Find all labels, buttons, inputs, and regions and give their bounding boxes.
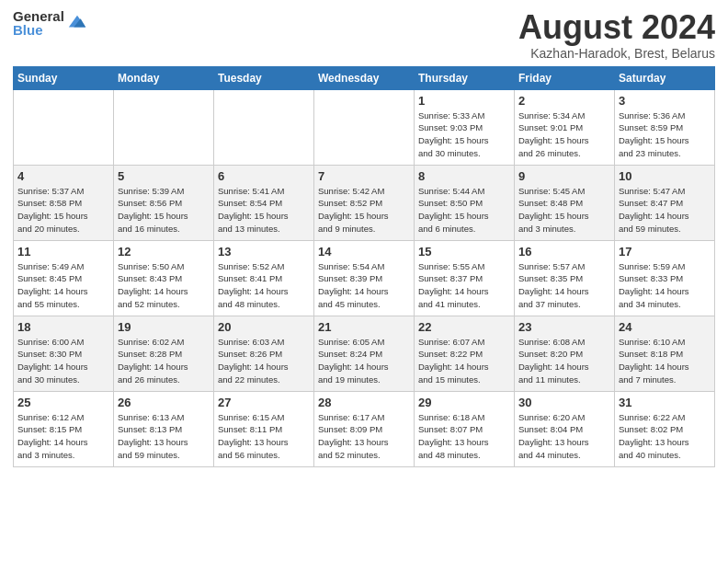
day-number: 14 bbox=[318, 245, 410, 259]
calendar-cell: 13Sunrise: 5:52 AM Sunset: 8:41 PM Dayli… bbox=[214, 240, 314, 316]
logo: General Blue bbox=[13, 9, 87, 37]
calendar-cell: 14Sunrise: 5:54 AM Sunset: 8:39 PM Dayli… bbox=[314, 240, 415, 316]
day-info: Sunrise: 5:45 AM Sunset: 8:48 PM Dayligh… bbox=[518, 185, 610, 236]
weekday-header: Friday bbox=[515, 66, 615, 89]
calendar-cell: 29Sunrise: 6:18 AM Sunset: 8:07 PM Dayli… bbox=[415, 391, 515, 466]
calendar-cell: 20Sunrise: 6:03 AM Sunset: 8:26 PM Dayli… bbox=[214, 316, 314, 391]
calendar-cell bbox=[14, 89, 114, 165]
calendar-cell: 28Sunrise: 6:17 AM Sunset: 8:09 PM Dayli… bbox=[314, 391, 415, 466]
weekday-header: Sunday bbox=[14, 66, 114, 89]
day-number: 16 bbox=[518, 245, 610, 259]
calendar-row: 11Sunrise: 5:49 AM Sunset: 8:45 PM Dayli… bbox=[14, 240, 715, 316]
day-info: Sunrise: 6:08 AM Sunset: 8:20 PM Dayligh… bbox=[518, 336, 610, 386]
weekday-header: Saturday bbox=[615, 66, 715, 89]
day-info: Sunrise: 5:33 AM Sunset: 9:03 PM Dayligh… bbox=[418, 109, 510, 160]
day-info: Sunrise: 5:55 AM Sunset: 8:37 PM Dayligh… bbox=[418, 260, 510, 311]
day-number: 21 bbox=[318, 320, 410, 334]
logo-blue: Blue bbox=[13, 23, 64, 37]
calendar-cell: 31Sunrise: 6:22 AM Sunset: 8:02 PM Dayli… bbox=[615, 391, 715, 466]
day-info: Sunrise: 5:39 AM Sunset: 8:56 PM Dayligh… bbox=[118, 185, 210, 236]
day-info: Sunrise: 6:22 AM Sunset: 8:02 PM Dayligh… bbox=[619, 411, 711, 462]
logo-general: General bbox=[13, 9, 64, 23]
calendar-cell: 1Sunrise: 5:33 AM Sunset: 9:03 PM Daylig… bbox=[415, 89, 515, 165]
day-info: Sunrise: 6:12 AM Sunset: 8:15 PM Dayligh… bbox=[17, 411, 109, 462]
calendar-row: 18Sunrise: 6:00 AM Sunset: 8:30 PM Dayli… bbox=[14, 316, 715, 391]
calendar-cell: 17Sunrise: 5:59 AM Sunset: 8:33 PM Dayli… bbox=[615, 240, 715, 316]
weekday-row: SundayMondayTuesdayWednesdayThursdayFrid… bbox=[14, 66, 715, 89]
logo-icon bbox=[67, 12, 87, 32]
calendar-cell bbox=[314, 89, 415, 165]
calendar-cell bbox=[114, 89, 214, 165]
day-number: 28 bbox=[318, 396, 410, 409]
day-info: Sunrise: 5:34 AM Sunset: 9:01 PM Dayligh… bbox=[518, 109, 610, 160]
calendar-cell: 23Sunrise: 6:08 AM Sunset: 8:20 PM Dayli… bbox=[515, 316, 615, 391]
day-number: 10 bbox=[619, 169, 711, 183]
day-info: Sunrise: 5:47 AM Sunset: 8:47 PM Dayligh… bbox=[619, 185, 711, 236]
day-number: 7 bbox=[318, 169, 410, 183]
day-number: 24 bbox=[619, 320, 711, 334]
weekday-header: Thursday bbox=[415, 66, 515, 89]
calendar-cell: 15Sunrise: 5:55 AM Sunset: 8:37 PM Dayli… bbox=[415, 240, 515, 316]
day-info: Sunrise: 6:10 AM Sunset: 8:18 PM Dayligh… bbox=[619, 336, 711, 386]
calendar-cell: 2Sunrise: 5:34 AM Sunset: 9:01 PM Daylig… bbox=[515, 89, 615, 165]
day-info: Sunrise: 5:54 AM Sunset: 8:39 PM Dayligh… bbox=[318, 260, 410, 311]
day-number: 8 bbox=[418, 169, 510, 183]
day-info: Sunrise: 5:59 AM Sunset: 8:33 PM Dayligh… bbox=[619, 260, 711, 311]
weekday-header: Wednesday bbox=[314, 66, 415, 89]
day-number: 12 bbox=[118, 245, 210, 259]
day-info: Sunrise: 5:49 AM Sunset: 8:45 PM Dayligh… bbox=[17, 260, 109, 311]
calendar-table: SundayMondayTuesdayWednesdayThursdayFrid… bbox=[13, 66, 715, 467]
weekday-header: Monday bbox=[114, 66, 214, 89]
calendar-cell: 3Sunrise: 5:36 AM Sunset: 8:59 PM Daylig… bbox=[615, 89, 715, 165]
day-info: Sunrise: 6:13 AM Sunset: 8:13 PM Dayligh… bbox=[118, 411, 210, 462]
day-info: Sunrise: 5:57 AM Sunset: 8:35 PM Dayligh… bbox=[518, 260, 610, 311]
calendar-cell: 18Sunrise: 6:00 AM Sunset: 8:30 PM Dayli… bbox=[14, 316, 114, 391]
calendar-cell: 4Sunrise: 5:37 AM Sunset: 8:58 PM Daylig… bbox=[14, 165, 114, 240]
day-info: Sunrise: 5:42 AM Sunset: 8:52 PM Dayligh… bbox=[318, 185, 410, 236]
calendar-cell: 6Sunrise: 5:41 AM Sunset: 8:54 PM Daylig… bbox=[214, 165, 314, 240]
day-info: Sunrise: 5:36 AM Sunset: 8:59 PM Dayligh… bbox=[619, 109, 711, 160]
day-number: 6 bbox=[218, 169, 310, 183]
calendar-cell: 25Sunrise: 6:12 AM Sunset: 8:15 PM Dayli… bbox=[14, 391, 114, 466]
title-block: August 2024 Kazhan-Haradok, Brest, Belar… bbox=[518, 9, 715, 61]
day-info: Sunrise: 6:02 AM Sunset: 8:28 PM Dayligh… bbox=[118, 336, 210, 386]
calendar-cell: 21Sunrise: 6:05 AM Sunset: 8:24 PM Dayli… bbox=[314, 316, 415, 391]
day-info: Sunrise: 6:17 AM Sunset: 8:09 PM Dayligh… bbox=[318, 411, 410, 462]
day-info: Sunrise: 5:52 AM Sunset: 8:41 PM Dayligh… bbox=[218, 260, 310, 311]
calendar-cell: 26Sunrise: 6:13 AM Sunset: 8:13 PM Dayli… bbox=[114, 391, 214, 466]
day-number: 9 bbox=[518, 169, 610, 183]
day-number: 30 bbox=[518, 396, 610, 409]
location-subtitle: Kazhan-Haradok, Brest, Belarus bbox=[518, 46, 715, 61]
day-number: 3 bbox=[619, 94, 711, 108]
day-number: 31 bbox=[619, 396, 711, 409]
day-number: 29 bbox=[418, 396, 510, 409]
header: General Blue August 2024 Kazhan-Haradok,… bbox=[13, 9, 715, 61]
day-info: Sunrise: 6:07 AM Sunset: 8:22 PM Dayligh… bbox=[418, 336, 510, 386]
day-number: 4 bbox=[17, 169, 109, 183]
calendar-row: 25Sunrise: 6:12 AM Sunset: 8:15 PM Dayli… bbox=[14, 391, 715, 466]
calendar-cell: 8Sunrise: 5:44 AM Sunset: 8:50 PM Daylig… bbox=[415, 165, 515, 240]
day-info: Sunrise: 6:03 AM Sunset: 8:26 PM Dayligh… bbox=[218, 336, 310, 386]
day-info: Sunrise: 5:50 AM Sunset: 8:43 PM Dayligh… bbox=[118, 260, 210, 311]
day-info: Sunrise: 5:37 AM Sunset: 8:58 PM Dayligh… bbox=[17, 185, 109, 236]
day-info: Sunrise: 6:18 AM Sunset: 8:07 PM Dayligh… bbox=[418, 411, 510, 462]
day-info: Sunrise: 5:41 AM Sunset: 8:54 PM Dayligh… bbox=[218, 185, 310, 236]
day-number: 5 bbox=[118, 169, 210, 183]
calendar-cell: 12Sunrise: 5:50 AM Sunset: 8:43 PM Dayli… bbox=[114, 240, 214, 316]
weekday-header: Tuesday bbox=[214, 66, 314, 89]
day-number: 11 bbox=[17, 245, 109, 259]
calendar-cell: 9Sunrise: 5:45 AM Sunset: 8:48 PM Daylig… bbox=[515, 165, 615, 240]
calendar-cell: 19Sunrise: 6:02 AM Sunset: 8:28 PM Dayli… bbox=[114, 316, 214, 391]
day-number: 13 bbox=[218, 245, 310, 259]
calendar-cell bbox=[214, 89, 314, 165]
day-number: 25 bbox=[17, 396, 109, 409]
day-info: Sunrise: 6:00 AM Sunset: 8:30 PM Dayligh… bbox=[17, 336, 109, 386]
calendar-row: 4Sunrise: 5:37 AM Sunset: 8:58 PM Daylig… bbox=[14, 165, 715, 240]
page-container: General Blue August 2024 Kazhan-Haradok,… bbox=[0, 0, 728, 473]
day-number: 22 bbox=[418, 320, 510, 334]
calendar-cell: 5Sunrise: 5:39 AM Sunset: 8:56 PM Daylig… bbox=[114, 165, 214, 240]
day-number: 26 bbox=[118, 396, 210, 409]
day-info: Sunrise: 6:20 AM Sunset: 8:04 PM Dayligh… bbox=[518, 411, 610, 462]
day-number: 27 bbox=[218, 396, 310, 409]
day-number: 20 bbox=[218, 320, 310, 334]
